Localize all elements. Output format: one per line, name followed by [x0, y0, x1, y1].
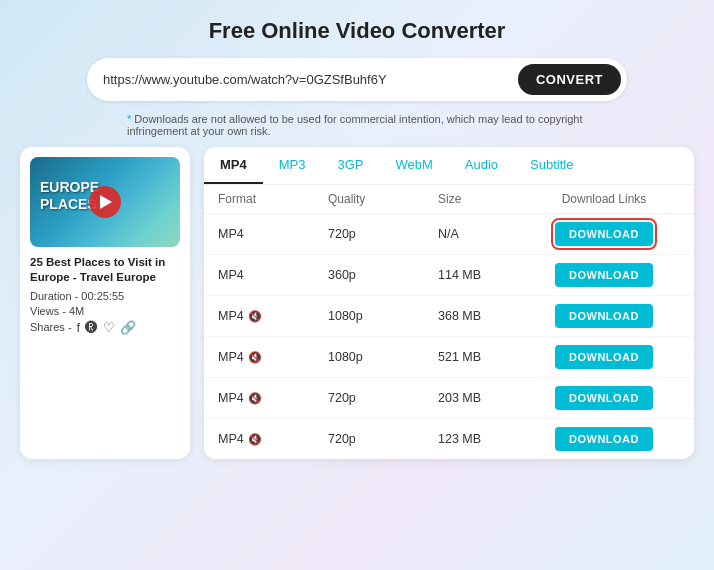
page-title: Free Online Video Converter — [20, 18, 694, 44]
audio-off-icon: 🔇 — [248, 433, 262, 446]
format-value: MP4 — [218, 268, 244, 282]
tab-audio[interactable]: Audio — [449, 147, 514, 184]
link-icon[interactable]: 🔗 — [120, 320, 136, 335]
dl-cell: DOWNLOAD — [528, 427, 680, 451]
video-thumbnail: EUROPE PLACES — [30, 157, 180, 247]
disclaimer-body: Downloads are not allowed to be used for… — [127, 113, 583, 137]
video-views: Views - 4M — [30, 305, 180, 317]
format-value: MP4 — [218, 350, 244, 364]
reddit-icon[interactable]: 🅡 — [85, 320, 98, 335]
format-value: MP4 — [218, 227, 244, 241]
quality-cell: 720p — [328, 391, 438, 405]
shares-label: Shares - — [30, 321, 72, 333]
quality-cell: 1080p — [328, 309, 438, 323]
table-header: Format Quality Size Download Links — [204, 185, 694, 214]
tab-mp4[interactable]: MP4 — [204, 147, 263, 184]
table-body: MP4 720p N/A DOWNLOAD MP4 360p 114 MB DO… — [204, 214, 694, 459]
format-cell: MP4 🔇 — [218, 432, 328, 446]
heart-icon[interactable]: ♡ — [103, 320, 115, 335]
play-button[interactable] — [89, 186, 121, 218]
video-duration: Duration - 00:25:55 — [30, 290, 180, 302]
header-download: Download Links — [528, 192, 680, 206]
quality-cell: 1080p — [328, 350, 438, 364]
table-row: MP4 720p N/A DOWNLOAD — [204, 214, 694, 255]
dl-cell: DOWNLOAD — [528, 386, 680, 410]
size-cell: 203 MB — [438, 391, 528, 405]
header-quality: Quality — [328, 192, 438, 206]
disclaimer-text: * Downloads are not allowed to be used f… — [117, 113, 597, 137]
header-format: Format — [218, 192, 328, 206]
quality-cell: 720p — [328, 227, 438, 241]
main-content: EUROPE PLACES 25 Best Places to Visit in… — [20, 147, 694, 459]
size-cell: 123 MB — [438, 432, 528, 446]
tabs-bar: MP4 MP3 3GP WebM Audio Subtitle — [204, 147, 694, 185]
download-button[interactable]: DOWNLOAD — [555, 345, 653, 369]
convert-button[interactable]: CONVERT — [518, 64, 621, 95]
url-bar: CONVERT — [87, 58, 627, 101]
dl-cell: DOWNLOAD — [528, 263, 680, 287]
format-cell: MP4 — [218, 268, 328, 282]
duration-label: Duration - — [30, 290, 81, 302]
size-cell: N/A — [438, 227, 528, 241]
converter-panel: MP4 MP3 3GP WebM Audio Subtitle Format Q… — [204, 147, 694, 459]
audio-off-icon: 🔇 — [248, 392, 262, 405]
format-cell: MP4 — [218, 227, 328, 241]
tab-3gp[interactable]: 3GP — [321, 147, 379, 184]
size-cell: 114 MB — [438, 268, 528, 282]
dl-cell: DOWNLOAD — [528, 222, 680, 246]
format-cell: MP4 🔇 — [218, 391, 328, 405]
video-card: EUROPE PLACES 25 Best Places to Visit in… — [20, 147, 190, 459]
dl-cell: DOWNLOAD — [528, 345, 680, 369]
download-button[interactable]: DOWNLOAD — [555, 386, 653, 410]
facebook-icon[interactable]: f — [77, 320, 81, 335]
duration-value: 00:25:55 — [81, 290, 124, 302]
download-button[interactable]: DOWNLOAD — [555, 304, 653, 328]
play-icon — [100, 195, 112, 209]
download-button[interactable]: DOWNLOAD — [555, 263, 653, 287]
download-button[interactable]: DOWNLOAD — [555, 427, 653, 451]
format-value: MP4 — [218, 309, 244, 323]
page-wrapper: Free Online Video Converter CONVERT * Do… — [0, 0, 714, 469]
table-row: MP4 🔇 1080p 368 MB DOWNLOAD — [204, 296, 694, 337]
dl-cell: DOWNLOAD — [528, 304, 680, 328]
shares-row: Shares - f 🅡 ♡ 🔗 — [30, 320, 180, 335]
format-value: MP4 — [218, 391, 244, 405]
format-cell: MP4 🔇 — [218, 350, 328, 364]
tab-subtitle[interactable]: Subtitle — [514, 147, 589, 184]
table-row: MP4 🔇 720p 123 MB DOWNLOAD — [204, 419, 694, 459]
quality-cell: 360p — [328, 268, 438, 282]
download-button[interactable]: DOWNLOAD — [555, 222, 653, 246]
tab-mp3[interactable]: MP3 — [263, 147, 322, 184]
quality-cell: 720p — [328, 432, 438, 446]
tab-webm[interactable]: WebM — [379, 147, 448, 184]
audio-off-icon: 🔇 — [248, 351, 262, 364]
disclaimer-star: * — [127, 113, 131, 125]
views-value: 4M — [69, 305, 84, 317]
size-cell: 521 MB — [438, 350, 528, 364]
table-row: MP4 360p 114 MB DOWNLOAD — [204, 255, 694, 296]
url-input[interactable] — [103, 72, 518, 87]
format-cell: MP4 🔇 — [218, 309, 328, 323]
table-row: MP4 🔇 720p 203 MB DOWNLOAD — [204, 378, 694, 419]
views-label: Views - — [30, 305, 69, 317]
header-size: Size — [438, 192, 528, 206]
audio-off-icon: 🔇 — [248, 310, 262, 323]
format-value: MP4 — [218, 432, 244, 446]
video-title: 25 Best Places to Visit in Europe - Trav… — [30, 255, 180, 285]
table-row: MP4 🔇 1080p 521 MB DOWNLOAD — [204, 337, 694, 378]
size-cell: 368 MB — [438, 309, 528, 323]
